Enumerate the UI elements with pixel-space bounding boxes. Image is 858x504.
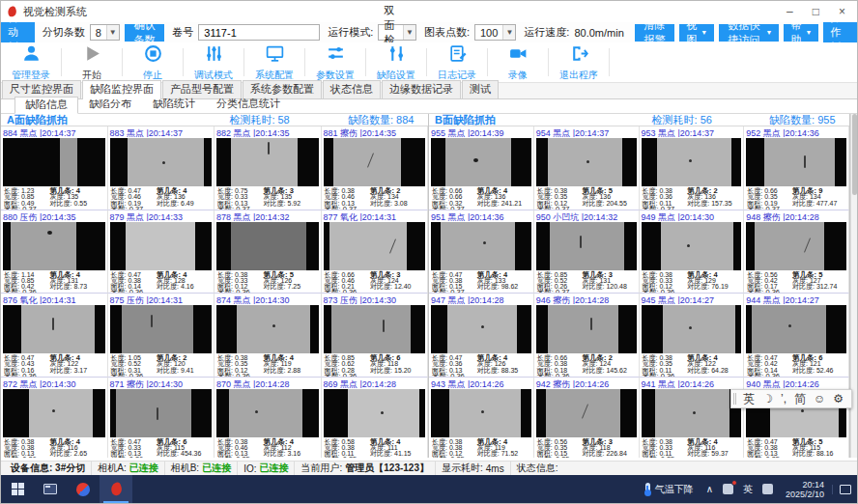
defect-cell[interactable]: 873 压伤 |20:14:30长度: 0.85宽度: 0.62面积: 0.28… xyxy=(322,294,429,378)
defect-cell[interactable]: 952 黑点 |20:14:36长度: 0.66宽度: 0.35面积: 0.19… xyxy=(744,126,849,210)
defect-cell[interactable]: 941 黑点 |20:14:26长度: 0.38宽度: 0.33面积: 0.11… xyxy=(640,378,745,459)
ime-emoji-icon[interactable]: ☺ xyxy=(811,390,828,407)
toolbar-button-sliders-v[interactable]: 缺陷设置 xyxy=(368,42,424,82)
defect-cell[interactable]: 872 黑点 |20:14:30长度: 0.38宽度: 0.38面积: 0.13… xyxy=(1,378,108,459)
subtab-缺陷信息[interactable]: 缺陷信息 xyxy=(14,97,78,114)
defect-cell[interactable]: 953 黑点 |20:14:37长度: 0.38宽度: 0.36面积: 0.11… xyxy=(640,126,745,210)
toolbar-button-monitor[interactable]: 系统配置 xyxy=(246,42,302,82)
toolbar-button-debug[interactable]: 调试模式 xyxy=(186,42,242,82)
slit-count-select[interactable]: 8 ▼ xyxy=(90,24,120,41)
toolbar-button-log[interactable]: 日志记录 xyxy=(429,42,485,82)
start-button[interactable] xyxy=(1,475,34,503)
defect-cell[interactable]: 869 黑点 |20:14:28长度: 0.58宽度: 0.38面积: 0.11… xyxy=(322,378,429,459)
defect-cell-header: 953 黑点 |20:14:37 xyxy=(640,126,744,137)
defect-cell[interactable]: 947 黑点 |20:14:28长度: 0.47宽度: 0.36面积: 0.13… xyxy=(429,294,534,378)
toolbar-button-play[interactable]: 开始 xyxy=(64,42,120,82)
defect-cell[interactable]: 951 黑点 |20:14:36长度: 0.47宽度: 0.38面积: 0.15… xyxy=(429,210,534,294)
ime-settings-gear-icon[interactable]: ⚙ xyxy=(830,390,846,407)
defect-cell[interactable]: 874 黑点 |20:14:30长度: 0.38宽度: 0.35面积: 0.12… xyxy=(214,294,322,378)
clear-alarm-button[interactable]: 清除报警 xyxy=(635,24,675,42)
maximize-button[interactable]: □ xyxy=(813,5,819,18)
defect-cell[interactable]: 875 压伤 |20:14:31长度: 1.05宽度: 0.52面积: 0.31… xyxy=(108,294,215,378)
defect-cell[interactable]: 880 压伤 |20:14:35长度: 1.14宽度: 0.85面积: 0.42… xyxy=(1,210,108,294)
toolbar-button-exit[interactable]: 退出程序 xyxy=(551,42,607,82)
scrollbar-thumb[interactable] xyxy=(852,114,857,195)
meta-left-column: 长度: 0.47宽度: 0.38面积: 0.14米数: 0.36 xyxy=(111,272,157,294)
confirm-count-button[interactable]: 确认条数 xyxy=(125,24,165,42)
defect-cell[interactable]: 949 黑点 |20:14:30长度: 0.38宽度: 0.33面积: 0.12… xyxy=(640,210,745,294)
weather-widget[interactable]: 气温下降 xyxy=(638,483,701,496)
defect-cell[interactable]: 881 擦伤 |20:14:35长度: 0.38宽度: 0.46面积: 0.13… xyxy=(322,126,429,210)
chart-points-select[interactable]: 100 ▼ xyxy=(474,24,516,41)
tab-状态信息[interactable]: 状态信息 xyxy=(323,80,381,98)
taskbar-active-app-button[interactable] xyxy=(100,475,132,503)
tray-expand-button[interactable]: ∧ xyxy=(701,475,718,503)
defect-cell[interactable]: 954 黑点 |20:14:37长度: 0.38宽度: 0.35面积: 0.12… xyxy=(534,126,640,210)
data-quick-access-button[interactable]: 数据快捷访问▼ xyxy=(719,24,779,42)
defect-image xyxy=(110,389,213,437)
image-black-band xyxy=(431,138,445,186)
tab-边缘数据记录[interactable]: 边缘数据记录 xyxy=(382,80,461,98)
defect-cell[interactable]: 942 擦伤 |20:14:26长度: 0.56宽度: 0.35面积: 0.15… xyxy=(534,378,640,459)
taskbar-clock[interactable]: 20:14 2025/2/10 xyxy=(778,480,832,499)
monitor-icon xyxy=(265,43,285,68)
help-menu-button[interactable]: 帮助▼ xyxy=(784,24,818,42)
defect-cell[interactable]: 944 黑点 |20:14:27长度: 0.47宽度: 0.42面积: 0.14… xyxy=(744,294,849,378)
file-explorer-button[interactable] xyxy=(34,475,67,503)
image-black-band xyxy=(407,222,425,270)
toolbar-button-user[interactable]: 管理登录 xyxy=(3,42,59,82)
defect-cell-header: 880 压伤 |20:14:35 xyxy=(1,210,107,221)
tab-测试[interactable]: 测试 xyxy=(462,80,499,98)
ime-language-indicator[interactable]: 英 xyxy=(738,475,758,503)
action-center-button[interactable] xyxy=(832,485,857,494)
taskbar-app-button[interactable] xyxy=(67,475,100,503)
meta-line-contrast: 对比度: 145.62 xyxy=(583,368,636,374)
meta-line-contrast: 对比度: 241.21 xyxy=(477,201,530,207)
defect-cell[interactable]: 871 擦伤 |20:14:30长度: 0.47宽度: 0.33面积: 0.13… xyxy=(108,378,215,459)
tray-keyboard-icon[interactable] xyxy=(758,475,778,503)
meta-left-column: 长度: 0.38宽度: 0.33面积: 0.12米数: 0.36 xyxy=(643,272,688,294)
tray-app-icon[interactable] xyxy=(718,475,738,503)
roll-number-input[interactable] xyxy=(198,24,320,41)
meta-line-contrast: 对比度: 8.73 xyxy=(50,284,104,290)
meta-right-column: 第几条: 4灰度: 116对比度: 59.37 xyxy=(687,439,740,459)
defect-cell[interactable]: 870 黑点 |20:14:28长度: 0.38宽度: 0.46面积: 0.13… xyxy=(214,378,322,459)
defect-cell[interactable]: 945 黑点 |20:14:27长度: 0.38宽度: 0.35面积: 0.11… xyxy=(640,294,745,378)
defect-cell[interactable]: 943 黑点 |20:14:26长度: 0.38宽度: 0.38面积: 0.12… xyxy=(429,378,534,459)
toolbar-button-sliders-h[interactable]: 参数设置 xyxy=(307,42,363,82)
defect-count: 缺陷数量: 884 xyxy=(348,114,414,127)
defect-cell[interactable]: 882 黑点 |20:14:35长度: 0.75宽度: 0.33面积: 0.13… xyxy=(214,126,322,210)
defect-cell[interactable]: 884 黑点 |20:14:37长度: 1.23宽度: 0.85面积: 0.49… xyxy=(1,126,108,210)
defect-cell[interactable]: 877 氧化 |20:14:31长度: 0.66宽度: 0.46面积: 0.21… xyxy=(322,210,429,294)
defect-cell-header: 941 黑点 |20:14:26 xyxy=(640,378,744,388)
operator-side-button[interactable]: 操作侧 xyxy=(823,22,857,42)
meta-right-column: 第几条: 5灰度: 115对比度: 88.16 xyxy=(792,439,845,459)
run-mode-select[interactable]: 双面检测 ▼ xyxy=(378,24,416,41)
defect-cell[interactable]: 946 擦伤 |20:14:28长度: 0.66宽度: 0.38面积: 0.18… xyxy=(534,294,640,378)
meta-right-column: 第几条: 2灰度: 120对比度: 9.41 xyxy=(157,355,211,378)
toolbar-button-camera[interactable]: 录像 xyxy=(490,42,546,82)
drive-side-button[interactable]: 传动侧 xyxy=(1,22,35,42)
meta-left-column: 长度: 0.47宽度: 0.42面积: 0.14米数: 0.36 xyxy=(747,355,792,378)
ime-punctuation-button[interactable]: ’, xyxy=(778,390,789,407)
subtab-分类信息统计[interactable]: 分类信息统计 xyxy=(206,96,291,113)
toolbar-button-stop[interactable]: 停止 xyxy=(125,42,181,82)
defect-cell[interactable]: 878 黑点 |20:14:32长度: 0.38宽度: 0.33面积: 0.12… xyxy=(214,210,322,294)
ime-simplified-button[interactable]: 简 xyxy=(791,390,809,407)
ime-night-mode-icon[interactable]: ☽ xyxy=(759,390,776,407)
meta-right-column: 第几条: 4灰度: 136对比度: 6.49 xyxy=(157,188,211,210)
defect-cell[interactable]: 955 黑点 |20:14:39长度: 0.66宽度: 0.66面积: 0.32… xyxy=(429,126,534,210)
tab-缺陷监控界面[interactable]: 缺陷监控界面 xyxy=(82,80,161,99)
defect-cell[interactable]: 879 黑点 |20:14:33长度: 0.47宽度: 0.38面积: 0.14… xyxy=(108,210,215,294)
minimize-button[interactable]: – xyxy=(786,5,793,18)
defect-cell[interactable]: 876 氧化 |20:14:31长度: 0.47宽度: 0.43面积: 0.16… xyxy=(1,294,108,378)
defect-cell[interactable]: 883 黑点 |20:14:37长度: 0.47宽度: 0.46面积: 0.19… xyxy=(108,126,215,210)
meta-left-column: 长度: 0.38宽度: 0.33面积: 0.12米数: 0.36 xyxy=(217,272,264,294)
ime-drag-handle[interactable] xyxy=(733,393,736,405)
defect-cell[interactable]: 948 擦伤 |20:14:28长度: 0.56宽度: 0.42面积: 0.17… xyxy=(744,210,849,294)
view-menu-button[interactable]: 视图▼ xyxy=(679,24,714,42)
meta-right-column: 第几条: 4灰度: 133对比度: 98.62 xyxy=(477,272,530,294)
ime-lang-button[interactable]: 英 xyxy=(740,390,758,407)
defect-cell[interactable]: 950 小凹坑 |20:14:32长度: 0.85宽度: 0.52面积: 0.2… xyxy=(534,210,640,294)
defect-meta: 长度: 0.56宽度: 0.42面积: 0.17米数: 0.36第几条: 5灰度… xyxy=(744,270,848,294)
